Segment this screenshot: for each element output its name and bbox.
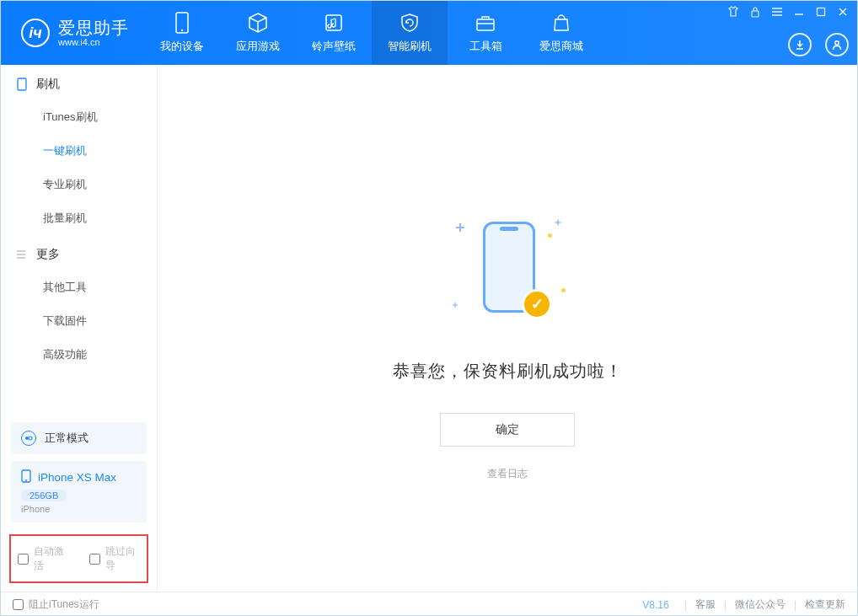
- nav-label: 爱思商城: [539, 39, 583, 54]
- nav-apps-games[interactable]: 应用游戏: [220, 1, 296, 65]
- svg-point-6: [835, 41, 839, 46]
- statusbar-link-check-update[interactable]: 检查更新: [805, 597, 845, 612]
- sidebar-item-other-tools[interactable]: 其他工具: [1, 271, 157, 304]
- checkbox-block-itunes[interactable]: 阻止iTunes运行: [13, 597, 99, 612]
- device-small-icon: [16, 78, 28, 90]
- sidebar: 刷机 iTunes刷机 一键刷机 专业刷机 批量刷机 更多 其他工具 下载固件 …: [1, 65, 158, 592]
- mode-icon: [21, 431, 36, 446]
- lock-icon[interactable]: [749, 6, 761, 18]
- sidebar-item-download-firmware[interactable]: 下载固件: [1, 304, 157, 338]
- bag-icon: [550, 12, 572, 34]
- device-phone-icon: [21, 469, 31, 485]
- ok-button[interactable]: 确定: [440, 413, 575, 447]
- sidebar-item-pro-flash[interactable]: 专业刷机: [1, 168, 157, 201]
- group-title: 更多: [36, 247, 60, 262]
- menu-icon[interactable]: [771, 6, 783, 18]
- statusbar-link-wechat[interactable]: 微信公众号: [735, 597, 786, 612]
- phone-icon: [171, 12, 193, 34]
- music-note-icon: [323, 12, 345, 34]
- auto-activate-label: 自动激活: [34, 544, 69, 573]
- main-nav: 我的设备 应用游戏 铃声壁纸 智能刷机 工具箱 爱思商城: [144, 1, 599, 65]
- user-button[interactable]: [825, 33, 849, 56]
- close-icon[interactable]: [837, 6, 849, 18]
- app-subtitle: www.i4.cn: [58, 37, 129, 47]
- sidebar-item-batch-flash[interactable]: 批量刷机: [1, 201, 157, 235]
- sidebar-item-oneclick-flash[interactable]: 一键刷机: [1, 134, 157, 168]
- block-itunes-input[interactable]: [13, 599, 24, 610]
- auto-activate-input[interactable]: [18, 554, 29, 565]
- app-logo: iч 爱思助手 www.i4.cn: [1, 1, 144, 65]
- device-name: iPhone XS Max: [38, 471, 116, 484]
- statusbar: 阻止iTunes运行 V8.16 | 客服 | 微信公众号 | 检查更新: [1, 592, 857, 616]
- minimize-icon[interactable]: [793, 6, 805, 18]
- sidebar-item-itunes-flash[interactable]: iTunes刷机: [1, 100, 157, 134]
- sidebar-group-flash: 刷机: [1, 65, 157, 100]
- group-title: 刷机: [36, 77, 60, 92]
- download-button[interactable]: [788, 33, 812, 56]
- svg-rect-4: [752, 11, 759, 17]
- header-actions: [788, 33, 849, 56]
- view-log-link[interactable]: 查看日志: [487, 467, 528, 481]
- nav-label: 应用游戏: [236, 39, 280, 54]
- nav-label: 工具箱: [469, 39, 502, 54]
- block-itunes-label: 阻止iTunes运行: [29, 597, 99, 612]
- device-card[interactable]: iPhone XS Max 256GB iPhone: [11, 461, 147, 522]
- svg-rect-7: [18, 78, 26, 90]
- checkbox-auto-activate[interactable]: 自动激活: [18, 544, 69, 573]
- svg-point-1: [181, 29, 184, 32]
- mode-label: 正常模式: [45, 431, 88, 446]
- checkbox-skip-wizard[interactable]: 跳过向导: [89, 544, 141, 573]
- device-storage-badge: 256GB: [21, 490, 67, 501]
- nav-label: 铃声壁纸: [312, 39, 356, 54]
- skip-wizard-input[interactable]: [89, 554, 100, 565]
- maximize-icon[interactable]: [815, 6, 827, 18]
- skip-wizard-label: 跳过向导: [105, 544, 141, 573]
- svg-point-11: [25, 479, 27, 481]
- main-content: ✓ 恭喜您，保资料刷机成功啦！ 确定 查看日志: [158, 65, 857, 592]
- success-message: 恭喜您，保资料刷机成功啦！: [393, 360, 623, 383]
- svg-rect-3: [477, 19, 494, 30]
- header: iч 爱思助手 www.i4.cn 我的设备 应用游戏 铃声壁纸 智能刷机 工具…: [1, 1, 857, 65]
- sidebar-item-advanced[interactable]: 高级功能: [1, 338, 157, 372]
- success-illustration: ✓: [453, 217, 562, 326]
- shirt-icon[interactable]: [727, 6, 739, 18]
- nav-ringtones-wallpapers[interactable]: 铃声壁纸: [296, 1, 372, 65]
- app-title: 爱思助手: [58, 19, 129, 37]
- options-highlight-box: 自动激活 跳过向导: [9, 534, 148, 583]
- window-controls: [727, 6, 849, 18]
- nav-my-device[interactable]: 我的设备: [144, 1, 220, 65]
- toolbox-icon: [475, 12, 496, 34]
- nav-smart-flash[interactable]: 智能刷机: [372, 1, 448, 65]
- version-label: V8.16: [642, 599, 668, 611]
- list-icon: [16, 249, 28, 260]
- statusbar-link-support[interactable]: 客服: [695, 597, 716, 612]
- cube-icon: [247, 12, 269, 34]
- sidebar-group-more: 更多: [1, 235, 157, 271]
- nav-label: 智能刷机: [388, 39, 432, 54]
- svg-point-9: [29, 437, 32, 440]
- mode-card[interactable]: 正常模式: [11, 422, 147, 454]
- check-icon: ✓: [522, 289, 552, 319]
- nav-toolbox[interactable]: 工具箱: [448, 1, 523, 65]
- nav-label: 我的设备: [160, 39, 204, 54]
- nav-store[interactable]: 爱思商城: [523, 1, 599, 65]
- logo-icon: iч: [21, 19, 50, 47]
- svg-rect-5: [818, 8, 825, 16]
- device-type: iPhone: [21, 504, 137, 514]
- refresh-shield-icon: [399, 12, 421, 34]
